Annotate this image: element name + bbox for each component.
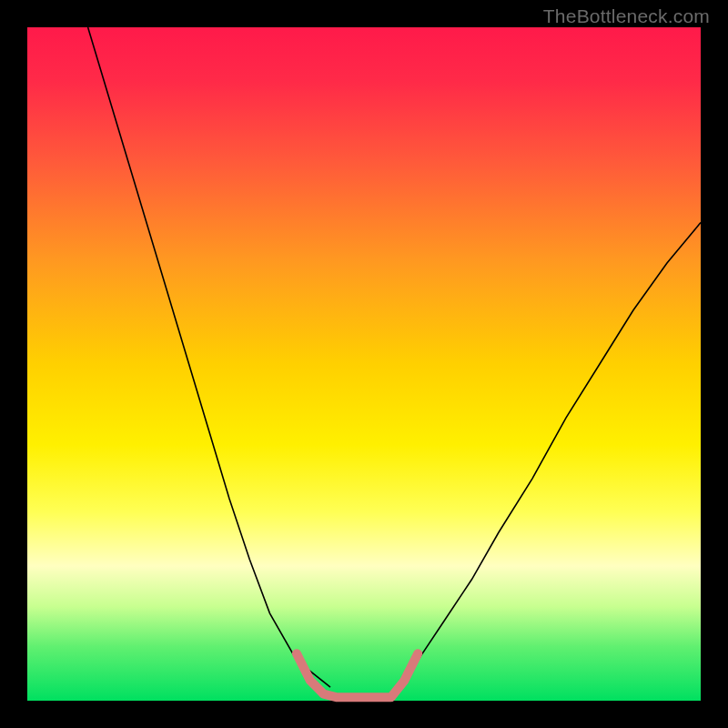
chart-stage: TheBottleneck.com [0, 0, 728, 728]
plot-svg [0, 0, 728, 728]
watermark-text: TheBottleneck.com [543, 5, 710, 27]
